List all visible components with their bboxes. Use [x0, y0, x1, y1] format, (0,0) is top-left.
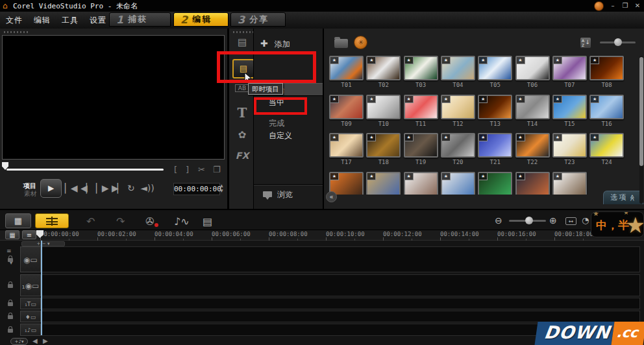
split-icon[interactable]: ❐	[213, 165, 221, 174]
library-item-自定义[interactable]: 自定义	[254, 129, 323, 142]
timeline-zoom-slider-handle[interactable]	[525, 217, 533, 224]
template-thumbnail-T16[interactable]: ★	[589, 95, 624, 119]
fit-project-icon[interactable]: ↔	[565, 217, 576, 225]
template-thumbnail-T24[interactable]: ★	[589, 133, 624, 158]
swap-track-button[interactable]: +♪▾	[10, 338, 28, 345]
restore-button[interactable]: ❐	[621, 1, 630, 10]
storyboard-view-button[interactable]: ▦	[5, 213, 31, 228]
template-thumbnail[interactable]: ★	[404, 172, 438, 195]
filter-fx-icon[interactable]: FX	[232, 150, 252, 161]
template-thumbnail-T01[interactable]: ★	[329, 56, 364, 80]
graphic-icon[interactable]: ✿	[232, 129, 252, 141]
timeline-ruler[interactable]	[0, 230, 644, 241]
ripple-edit-bar[interactable]: +/− ▾	[21, 241, 65, 246]
template-thumbnail-T18[interactable]: ★	[366, 133, 401, 158]
redo-icon[interactable]: ↷	[116, 215, 125, 228]
template-thumbnail-T11[interactable]: ★	[404, 95, 438, 119]
template-thumbnail-T22[interactable]: ★	[515, 133, 550, 158]
template-thumbnail-T05[interactable]: ★	[478, 56, 512, 80]
audio-music-icon[interactable]: ♪∿	[174, 215, 190, 228]
title-track-button[interactable]: ₁T▭	[20, 298, 41, 309]
timecode-spinner[interactable]: ▲▼	[220, 183, 223, 193]
cut-icon[interactable]: ✂	[198, 165, 205, 174]
volume-button[interactable]: ◄))	[140, 183, 155, 193]
title-track-lock-icon[interactable]	[8, 302, 13, 306]
template-thumbnail[interactable]: ★	[441, 172, 475, 195]
scroll-right-icon[interactable]: ▶	[43, 337, 48, 344]
scrub-track[interactable]	[6, 169, 164, 171]
overlay-track[interactable]	[42, 274, 640, 296]
title-tool-icon[interactable]: T	[232, 105, 252, 121]
menu-item-2[interactable]: 工具	[62, 15, 79, 26]
prev-frame-button[interactable]: ◀▏	[80, 183, 92, 193]
close-button[interactable]: ✕	[633, 1, 642, 10]
sound-mixer-icon[interactable]: ▤	[203, 215, 212, 228]
title-track[interactable]	[42, 298, 640, 309]
options-button[interactable]: 选项≫	[603, 191, 643, 204]
voice-track-button[interactable]: ♦▭	[20, 311, 41, 322]
track-list-icon[interactable]: ≡	[22, 230, 36, 239]
ripple-all-lock-icon[interactable]: ≡	[6, 248, 12, 254]
sort-icon[interactable]: AZ↓	[580, 38, 591, 48]
step-tab-捕获[interactable]: 1捕获	[109, 12, 171, 27]
template-thumbnail-T14[interactable]: ★	[515, 95, 550, 119]
music-track-lock-icon[interactable]	[8, 329, 13, 333]
zoom-in-icon[interactable]: ⊕	[549, 215, 557, 226]
voice-track[interactable]	[42, 311, 640, 322]
template-thumbnail-T15[interactable]: ★	[552, 95, 587, 119]
overlay-track-button[interactable]: ₁◉▭	[20, 274, 41, 296]
template-thumbnail[interactable]: ★	[366, 172, 401, 195]
video-track-lock-icon[interactable]	[8, 258, 13, 262]
go-end-button[interactable]: ▶▏	[112, 183, 123, 193]
template-thumbnail-T10[interactable]: ★	[366, 95, 401, 119]
transition-icon[interactable]: AB	[235, 84, 249, 92]
instant-project-gallery-icon[interactable]: ✳	[354, 36, 367, 49]
template-thumbnail-T23[interactable]: ★	[552, 133, 587, 158]
video-track[interactable]	[42, 246, 640, 272]
media-library-icon[interactable]: ▤	[232, 36, 252, 48]
template-thumbnail-T04[interactable]: ★	[441, 56, 475, 80]
template-thumbnail[interactable]: ★	[552, 172, 587, 195]
next-frame-button[interactable]: ▏▶	[96, 183, 108, 193]
template-thumbnail-T03[interactable]: ★	[404, 56, 438, 80]
menu-item-1[interactable]: 编辑	[34, 15, 51, 26]
template-thumbnail[interactable]: ★	[478, 172, 512, 195]
template-thumbnail-T07[interactable]: ★	[552, 56, 587, 80]
template-thumbnail-T21[interactable]: ★	[478, 133, 512, 158]
library-item-完成[interactable]: 完成	[254, 118, 323, 128]
scroll-left-icon[interactable]: ◀	[32, 337, 38, 344]
template-thumbnail-T08[interactable]: ★	[589, 56, 624, 80]
template-thumbnail-T13[interactable]: ★	[478, 95, 512, 119]
browse-button[interactable]: 浏览	[263, 189, 293, 200]
clip-mode-label[interactable]: 素材	[24, 189, 37, 198]
video-track-button[interactable]: ◉▭	[20, 246, 41, 272]
template-thumbnail-T02[interactable]: ★	[366, 56, 401, 80]
add-button[interactable]: ✚添加	[260, 38, 290, 50]
template-thumbnail-T19[interactable]: ★	[404, 133, 438, 158]
notification-badge-icon[interactable]	[594, 1, 604, 11]
go-start-button[interactable]: ▏◀	[65, 183, 77, 193]
collapse-left-icon[interactable]: «	[326, 191, 337, 202]
template-thumbnail-T09[interactable]: ★	[329, 95, 364, 119]
step-tab-编辑[interactable]: 2编辑	[173, 12, 229, 27]
gallery-scrollbar-thumb[interactable]	[639, 57, 643, 166]
menu-item-3[interactable]: 设置	[90, 15, 106, 26]
template-thumbnail[interactable]: ★	[515, 172, 550, 195]
record-capture-icon[interactable]: ✇	[145, 215, 154, 228]
mark-in-button[interactable]: [	[174, 165, 177, 174]
thumbnail-size-slider-handle[interactable]	[614, 38, 622, 46]
template-thumbnail-T20[interactable]: ★	[441, 133, 475, 158]
template-thumbnail-T06[interactable]: ★	[515, 56, 550, 80]
repeat-button[interactable]: ↻	[127, 183, 135, 193]
voice-track-lock-icon[interactable]	[8, 315, 13, 319]
timecode-display[interactable]: 00:00:00:00	[173, 183, 220, 195]
mark-out-button[interactable]: ]	[186, 165, 189, 174]
music-track-button[interactable]: ₁♪▭	[20, 324, 41, 336]
project-duration-icon[interactable]: ◔	[582, 215, 589, 225]
zoom-out-icon[interactable]: ⊖	[495, 215, 502, 226]
play-button[interactable]: ▶	[40, 179, 62, 198]
folder-icon[interactable]	[334, 39, 348, 48]
template-thumbnail-T17[interactable]: ★	[329, 133, 364, 158]
step-tab-分享[interactable]: 3分享	[230, 12, 286, 27]
template-thumbnail-T12[interactable]: ★	[441, 95, 475, 119]
